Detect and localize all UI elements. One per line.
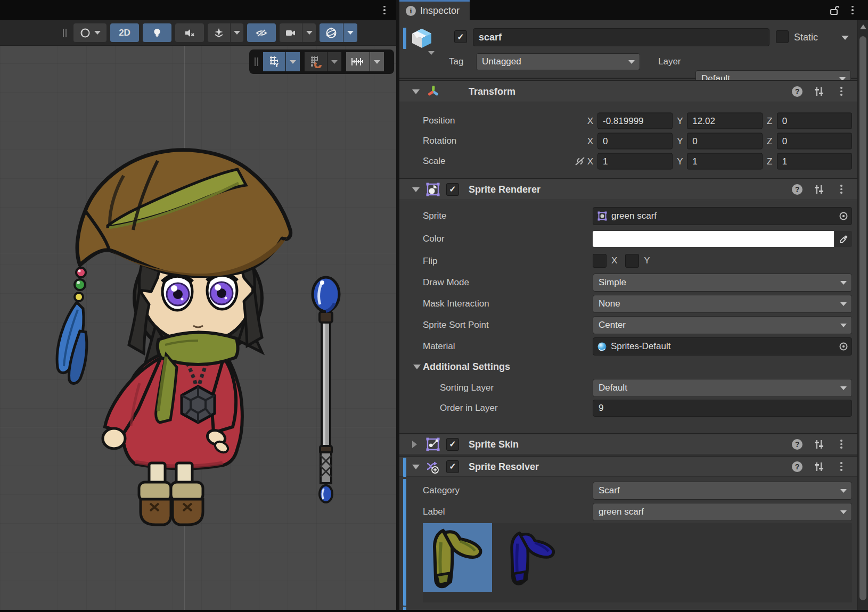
orientation-gizmo-button[interactable]: [320, 23, 343, 42]
component-menu-icon[interactable]: [837, 461, 846, 473]
transform-header[interactable]: Transform ?: [399, 80, 857, 102]
grid-visibility-dropdown[interactable]: [286, 52, 300, 71]
grid-visibility-group: Y: [263, 52, 300, 71]
position-x-field[interactable]: -0.819999: [597, 113, 673, 129]
eyedropper-button[interactable]: [835, 231, 852, 247]
additional-settings-row[interactable]: Additional Settings: [399, 358, 857, 376]
gizmo-dropdown[interactable]: [343, 23, 357, 42]
sprite-skin-icon: [425, 436, 441, 452]
constrain-proportions-icon[interactable]: [574, 156, 586, 167]
color-swatch[interactable]: [593, 231, 834, 247]
inspector-scrollbar[interactable]: [857, 20, 868, 610]
scale-z-field[interactable]: 1: [777, 153, 852, 170]
static-label: Static: [794, 32, 818, 43]
sprite-resolver-foldout-icon[interactable]: [412, 465, 420, 469]
scene-camera-button[interactable]: [280, 23, 302, 42]
help-icon[interactable]: ?: [792, 86, 803, 97]
object-picker-icon[interactable]: [838, 210, 849, 222]
mask-interaction-dropdown[interactable]: None: [593, 295, 852, 313]
eyedropper-icon: [839, 235, 848, 244]
scene-effects-button[interactable]: [208, 23, 230, 42]
tab-inspector[interactable]: i Inspector: [399, 0, 470, 20]
flip-x-checkbox[interactable]: [593, 254, 607, 268]
hidden-objects-button[interactable]: [247, 23, 276, 42]
inspector-menu-icon[interactable]: [847, 4, 858, 16]
position-z-field[interactable]: 0: [777, 113, 852, 129]
scrollbar-up-arrow-icon[interactable]: [860, 24, 866, 29]
static-checkbox[interactable]: [776, 30, 789, 43]
toolbar-drag-handle-icon[interactable]: [63, 29, 67, 37]
help-icon[interactable]: ?: [792, 184, 803, 195]
sprite-resolver-enable-checkbox[interactable]: ✓: [446, 460, 459, 473]
grid-snap-button[interactable]: [305, 52, 327, 71]
sort-point-dropdown[interactable]: Center: [593, 316, 852, 334]
unity-editor-window: 2D: [0, 0, 868, 612]
component-menu-icon[interactable]: [837, 439, 846, 450]
2d-toggle-button[interactable]: 2D: [110, 23, 139, 42]
material-object-field[interactable]: Sprites-Default: [593, 337, 852, 355]
gameobject-enable-checkbox[interactable]: ✓: [454, 30, 467, 43]
presets-icon[interactable]: [814, 461, 824, 472]
label-dropdown[interactable]: green scarf: [593, 503, 852, 521]
icon-picker-arrow[interactable]: [428, 51, 435, 55]
tag-label: Tag: [449, 56, 463, 67]
sprite-object-field[interactable]: green scarf: [593, 207, 852, 225]
inspector-lock-icon[interactable]: [829, 4, 840, 16]
static-dropdown-arrow[interactable]: [841, 36, 849, 40]
sorting-layer-dropdown[interactable]: Default: [593, 379, 852, 397]
overlay-drag-handle-icon[interactable]: [255, 57, 258, 66]
color-swatch-field[interactable]: [593, 231, 852, 247]
scene-menu-icon[interactable]: [380, 4, 389, 16]
scene-lighting-button[interactable]: [143, 23, 171, 42]
order-in-layer-field[interactable]: 9: [593, 400, 852, 417]
sprite-resolver-header[interactable]: ✓ Sprite Resolver ?: [399, 456, 857, 477]
prefab-override-bar: [403, 28, 406, 49]
flip-label: Flip: [423, 256, 437, 267]
rotation-y-field[interactable]: 0: [687, 133, 762, 150]
draw-mode-dropdown[interactable]: Simple: [593, 274, 852, 292]
scene-audio-button[interactable]: [175, 23, 204, 42]
sprite-variant-green-scarf[interactable]: [423, 523, 492, 592]
sprite-renderer-header[interactable]: ✓ Sprite Renderer ?: [399, 178, 857, 200]
scene-viewport[interactable]: Y: [0, 46, 396, 610]
gameobject-name-field[interactable]: scarf: [473, 28, 769, 46]
position-y-field[interactable]: 12.02: [687, 113, 762, 129]
camera-dropdown[interactable]: [302, 23, 316, 42]
presets-icon[interactable]: [814, 184, 824, 195]
increment-snap-dropdown[interactable]: [370, 52, 384, 71]
additional-settings-foldout-icon[interactable]: [413, 365, 421, 369]
rotation-x-field[interactable]: 0: [597, 133, 673, 150]
sprite-skin-foldout-icon[interactable]: [412, 441, 417, 448]
sprite-resolver-icon: [425, 459, 441, 475]
help-icon[interactable]: ?: [792, 461, 803, 472]
component-menu-icon[interactable]: [837, 86, 846, 97]
category-dropdown[interactable]: Scarf: [593, 482, 852, 500]
sprite-renderer-enable-checkbox[interactable]: ✓: [446, 183, 459, 196]
component-menu-icon[interactable]: [837, 184, 846, 195]
flip-y-checkbox[interactable]: [625, 254, 639, 268]
sprite-renderer-foldout-icon[interactable]: [412, 187, 420, 192]
tag-dropdown[interactable]: Untagged: [476, 53, 640, 70]
increment-snap-button[interactable]: [346, 52, 370, 71]
help-icon[interactable]: ?: [792, 439, 803, 450]
grid-visibility-button[interactable]: Y: [263, 52, 285, 71]
effects-dropdown[interactable]: [231, 23, 243, 42]
draw-mode-row: Draw Mode Simple: [399, 274, 857, 292]
sprite-variant-blue-scarf[interactable]: [501, 523, 564, 592]
gizmo-button-group: [320, 23, 357, 42]
sprite-skin-title: Sprite Skin: [469, 439, 519, 450]
scale-y-field[interactable]: 1: [687, 153, 762, 170]
label-row: Label green scarf: [399, 503, 857, 521]
object-picker-icon[interactable]: [838, 341, 849, 352]
presets-icon[interactable]: [814, 439, 824, 450]
rotation-z-field[interactable]: 0: [777, 133, 852, 150]
scale-x-field[interactable]: 1: [597, 153, 673, 170]
flip-y-label: Y: [644, 255, 650, 266]
shading-mode-button[interactable]: [73, 23, 107, 42]
sprite-skin-enable-checkbox[interactable]: ✓: [446, 438, 459, 451]
scrollbar-thumb[interactable]: [859, 36, 866, 600]
transform-foldout-icon[interactable]: [412, 89, 420, 94]
sprite-skin-header[interactable]: ✓ Sprite Skin ?: [399, 433, 857, 454]
grid-snap-dropdown[interactable]: [327, 52, 341, 71]
presets-icon[interactable]: [814, 86, 824, 97]
